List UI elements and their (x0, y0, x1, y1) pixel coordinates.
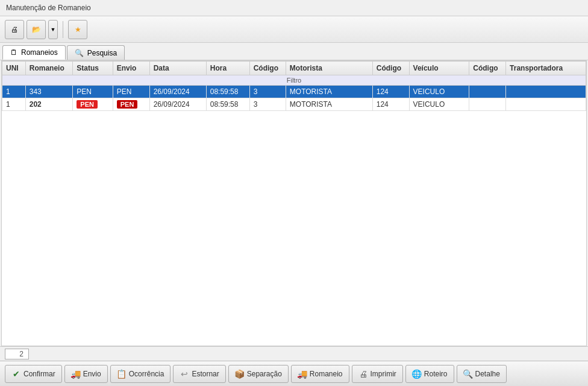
cell-hora: 08:59:58 (206, 98, 249, 111)
confirmar-label: Confirmar (23, 370, 55, 378)
cell-envio: PEN (113, 86, 149, 98)
cell-data: 26/09/2024 (149, 98, 206, 111)
cell-uni: 1 (2, 98, 26, 111)
tab-romaneios[interactable]: 🗒 Romaneios (2, 45, 66, 60)
toolbar-separator (63, 21, 63, 38)
print-toolbar-btn[interactable]: 🖨 (5, 20, 24, 39)
cell-status: PEN (73, 86, 113, 98)
tab-pesquisa-label: Pesquisa (87, 49, 117, 57)
dropdown-arrow-btn[interactable]: ▼ (48, 20, 58, 39)
roteiro-icon: 🌐 (412, 369, 422, 379)
confirmar-btn[interactable]: ✔ Confirmar (5, 365, 62, 383)
envio-label: Envio (83, 370, 101, 378)
ocorrencia-icon: 📋 (117, 369, 127, 379)
folder-icon: 📂 (32, 25, 41, 34)
print-icon: 🖨 (11, 25, 18, 34)
estornar-label: Estornar (192, 370, 219, 378)
window-title: Manutenção de Romaneio (6, 4, 91, 12)
col-codigo-vei: Código (372, 62, 409, 75)
tab-romaneios-label: Romaneios (21, 48, 58, 57)
roteiro-label: Roteiro (424, 370, 448, 378)
col-status: Status (73, 62, 113, 75)
detalhe-btn[interactable]: 🔍 Detalhe (457, 365, 507, 383)
record-count: 2 (5, 349, 29, 359)
tabs-container: 🗒 Romaneios 🔍 Pesquisa (0, 43, 588, 60)
col-hora: Hora (206, 62, 249, 75)
main-toolbar: 🖨 📂 ▼ ★ (0, 16, 588, 43)
separacao-label: Separação (247, 370, 282, 378)
cell-envio: PEN (113, 98, 149, 111)
main-content: UNI Romaneio Status Envio Data Hora Códi… (1, 60, 587, 346)
ocorrencia-label: Ocorrência (129, 370, 164, 378)
col-romaneio: Romaneio (25, 62, 73, 75)
ocorrencia-btn[interactable]: 📋 Ocorrência (110, 365, 171, 383)
table-body: 1343PENPEN26/09/202408:59:583MOTORISTA12… (2, 86, 586, 111)
envio-btn[interactable]: 🚚 Envio (64, 365, 108, 383)
title-bar: Manutenção de Romaneio (0, 0, 588, 16)
cell-transportadora (506, 86, 586, 98)
cell-veiculo: VEICULO (409, 98, 469, 111)
detalhe-label: Detalhe (475, 370, 500, 378)
dropdown-arrow-icon: ▼ (51, 27, 56, 33)
table-row[interactable]: 1202PENPEN26/09/202408:59:583MOTORISTA12… (2, 98, 586, 111)
cell-codigo-mot: 3 (249, 86, 286, 98)
cell-motorista: MOTORISTA (286, 86, 372, 98)
envio-icon: 🚚 (71, 369, 81, 379)
cell-motorista: MOTORISTA (286, 98, 372, 111)
folder-btn[interactable]: 📂 (27, 20, 46, 39)
data-table: UNI Romaneio Status Envio Data Hora Códi… (2, 61, 586, 111)
cell-veiculo: VEICULO (409, 86, 469, 98)
col-codigo-mot: Código (249, 62, 286, 75)
filter-label: Filtro (2, 75, 586, 86)
cell-codigo-tra (469, 98, 506, 111)
star-btn[interactable]: ★ (68, 20, 87, 39)
cell-romaneio: 202 (25, 98, 73, 111)
table-row[interactable]: 1343PENPEN26/09/202408:59:583MOTORISTA12… (2, 86, 586, 98)
detalhe-icon: 🔍 (463, 369, 473, 379)
separacao-icon: 📦 (235, 369, 245, 379)
roteiro-btn[interactable]: 🌐 Roteiro (405, 365, 454, 383)
estornar-btn[interactable]: ↩ Estornar (173, 365, 225, 383)
romaneio-label: Romaneio (310, 370, 343, 378)
col-motorista: Motorista (286, 62, 372, 75)
estornar-icon: ↩ (180, 369, 189, 379)
imprimir-label: Imprimir (371, 370, 396, 378)
cell-transportadora (506, 98, 586, 111)
table-header-row: UNI Romaneio Status Envio Data Hora Códi… (2, 62, 586, 75)
col-codigo-tra: Código (469, 62, 506, 75)
grid-container[interactable]: UNI Romaneio Status Envio Data Hora Códi… (2, 61, 586, 346)
cell-codigo-mot: 3 (249, 98, 286, 111)
romaneio-btn[interactable]: 🚚 Romaneio (291, 365, 349, 383)
tab-pesquisa-icon: 🔍 (75, 49, 84, 57)
cell-codigo-vei: 124 (372, 86, 409, 98)
confirm-icon: ✔ (11, 369, 21, 379)
cell-data: 26/09/2024 (149, 86, 206, 98)
cell-status: PEN (73, 98, 113, 111)
col-data: Data (149, 62, 206, 75)
cell-codigo-tra (469, 86, 506, 98)
tab-romaneios-icon: 🗒 (10, 48, 17, 57)
status-bar: 2 (0, 346, 588, 361)
bottom-toolbar: ✔ Confirmar 🚚 Envio 📋 Ocorrência ↩ Estor… (0, 361, 588, 386)
cell-hora: 08:59:58 (206, 86, 249, 98)
col-transportadora: Transportadora (506, 62, 586, 75)
separacao-btn[interactable]: 📦 Separação (228, 365, 289, 383)
star-icon: ★ (75, 25, 81, 34)
imprimir-btn[interactable]: 🖨 Imprimir (352, 365, 403, 383)
col-veiculo: Veículo (409, 62, 469, 75)
imprimir-icon: 🖨 (358, 369, 368, 379)
cell-romaneio: 343 (25, 86, 73, 98)
filter-row: Filtro (2, 75, 586, 86)
col-uni: UNI (2, 62, 26, 75)
tab-pesquisa[interactable]: 🔍 Pesquisa (67, 45, 125, 60)
col-envio: Envio (113, 62, 149, 75)
romaneio-icon: 🚚 (298, 369, 307, 379)
cell-uni: 1 (2, 86, 26, 98)
cell-codigo-vei: 124 (372, 98, 409, 111)
